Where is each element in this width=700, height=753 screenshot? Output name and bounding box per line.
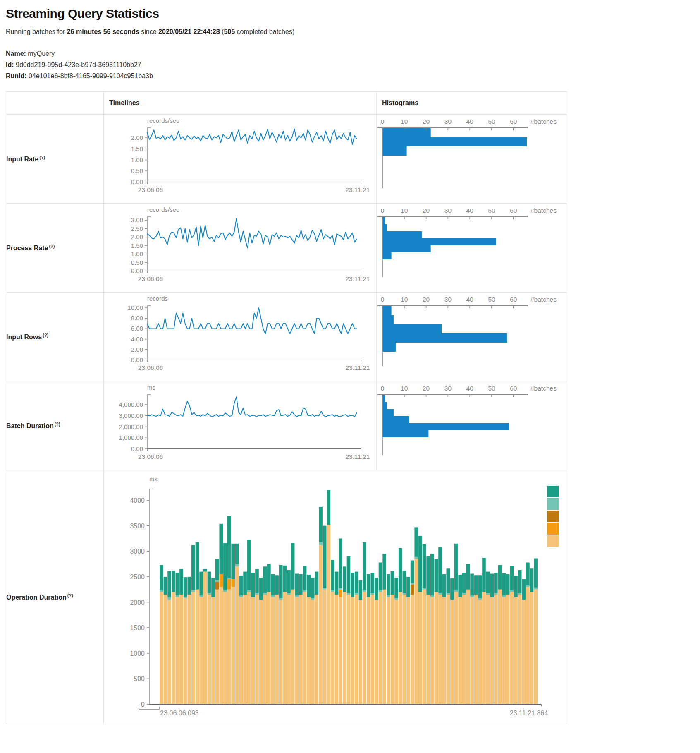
batch-duration-timeline-chart: ms4,000.003,000.002,000.001,000.000.0023… [104,381,376,470]
svg-text:40: 40 [466,385,474,392]
svg-text:0.00: 0.00 [131,267,143,274]
runid-label: RunId: [6,72,27,79]
row-label: Input Rows [6,333,42,341]
svg-text:60: 60 [510,118,517,125]
query-runid: 04e101e6-8bf8-4165-9099-9104c951ba3b [29,72,153,79]
help-tooltip-icon[interactable]: (?) [39,155,45,160]
svg-text:20: 20 [423,385,430,392]
svg-text:10: 10 [401,296,408,303]
svg-text:2500: 2500 [130,573,145,580]
input-rate-row: Input Rate(?) records/sec2.001.501.000.5… [6,115,567,204]
input-rate-histogram-chart: 0102030405060#batches [377,115,566,203]
svg-text:50: 50 [488,385,495,392]
row-label: Input Rate [6,156,38,163]
batch-duration-histogram-cell: 0102030405060#batches [377,381,567,470]
svg-text:8.00: 8.00 [131,314,143,321]
input-rate-label-cell: Input Rate(?) [6,115,104,204]
svg-text:23:06:06: 23:06:06 [138,364,163,371]
timelines-header: Timelines [104,92,377,115]
svg-text:1.50: 1.50 [131,145,143,152]
help-tooltip-icon[interactable]: (?) [67,593,73,598]
summary-prefix: Running batches for [6,28,67,35]
process-rate-histogram-cell: 0102030405060#batches [377,204,567,293]
svg-text:2.00: 2.00 [131,346,143,353]
svg-text:10: 10 [401,207,408,214]
operation-duration-chart: ms4000350030002500200015001000500023:06:… [104,470,566,723]
running-batches-summary: Running batches for 26 minutes 56 second… [6,28,700,36]
svg-text:3500: 3500 [130,523,145,530]
svg-text:4000: 4000 [130,497,145,504]
input-rows-timeline-chart: records10.008.006.004.002.000.0023:06:06… [104,293,376,381]
histograms-header: Histograms [377,92,567,115]
svg-text:0: 0 [381,118,385,125]
svg-text:1000: 1000 [130,650,145,657]
page-title: Streaming Query Statistics [6,7,700,21]
help-tooltip-icon[interactable]: (?) [43,333,48,338]
input-rows-row: Input Rows(?) records10.008.006.004.002.… [6,293,567,381]
svg-text:20: 20 [423,207,430,214]
process-rate-row: Process Rate(?) records/sec3.002.502.001… [6,204,567,293]
svg-text:23:06:06: 23:06:06 [138,186,163,193]
running-duration: 26 minutes 56 seconds [67,28,139,35]
svg-text:records/sec: records/sec [147,117,179,124]
row-label: Batch Duration [6,422,54,429]
help-tooltip-icon[interactable]: (?) [55,422,60,427]
process-rate-timeline-cell: records/sec3.002.502.001.501.000.500.002… [104,204,377,293]
svg-text:0: 0 [381,296,385,303]
svg-text:1500: 1500 [130,624,145,631]
query-runid-row: RunId: 04e101e6-8bf8-4165-9099-9104c951b… [6,70,700,82]
statistics-table: Timelines Histograms Input Rate(?) recor… [6,91,567,724]
svg-text:40: 40 [466,207,474,214]
process-rate-label-cell: Process Rate(?) [6,204,104,293]
svg-text:4.00: 4.00 [131,336,143,343]
summary-paren: ( [220,28,224,35]
svg-text:10: 10 [401,385,408,392]
svg-text:#batches: #batches [530,207,557,214]
svg-text:60: 60 [510,385,517,392]
svg-text:20: 20 [423,296,430,303]
input-rows-timeline-cell: records10.008.006.004.002.000.0023:06:06… [104,293,377,381]
help-tooltip-icon[interactable]: (?) [49,244,55,249]
input-rows-label-cell: Input Rows(?) [6,293,104,381]
batch-duration-row: Batch Duration(?) ms4,000.003,000.002,00… [6,381,567,470]
operation-duration-row: Operation Duration(?) ms4000350030002500… [6,470,567,724]
svg-text:0.00: 0.00 [131,445,143,452]
svg-text:50: 50 [488,207,495,214]
svg-text:0.00: 0.00 [131,356,143,363]
svg-text:#batches: #batches [530,118,557,125]
svg-text:ms: ms [147,384,155,391]
svg-text:2,000.00: 2,000.00 [119,423,143,430]
svg-text:23:06:06: 23:06:06 [138,275,163,282]
svg-text:0: 0 [381,385,385,392]
batch-duration-timeline-cell: ms4,000.003,000.002,000.001,000.000.0023… [104,381,377,470]
table-header-row: Timelines Histograms [6,92,567,115]
query-name-row: Name: myQuery [6,48,700,59]
svg-text:3000: 3000 [130,548,145,555]
svg-text:30: 30 [444,385,452,392]
query-meta: Name: myQuery Id: 9d0dd219-995d-423e-b97… [6,48,700,82]
id-label: Id: [6,61,14,68]
svg-text:23:11:21: 23:11:21 [345,364,370,371]
svg-text:23:11:21: 23:11:21 [345,453,370,460]
query-id: 9d0dd219-995d-423e-b97d-36931110bb27 [16,61,141,68]
batch-duration-label-cell: Batch Duration(?) [6,381,104,470]
svg-text:50: 50 [488,296,495,303]
svg-text:1.50: 1.50 [131,242,143,249]
svg-text:23:11:21: 23:11:21 [345,275,370,282]
svg-text:2.50: 2.50 [131,225,143,232]
svg-text:0.00: 0.00 [131,178,143,185]
svg-text:1.00: 1.00 [131,156,143,163]
input-rows-histogram-cell: 0102030405060#batches [377,293,567,381]
svg-text:30: 30 [444,118,452,125]
svg-text:#batches: #batches [530,385,557,392]
empty-header-cell [6,92,104,115]
svg-text:10.00: 10.00 [127,304,143,311]
svg-text:60: 60 [510,296,517,303]
summary-mid: since [139,28,158,35]
svg-text:50: 50 [488,118,495,125]
row-label: Process Rate [6,245,48,252]
operation-duration-label-cell: Operation Duration(?) [6,470,104,724]
svg-text:2.00: 2.00 [131,233,143,240]
svg-text:23:11:21.864: 23:11:21.864 [510,710,548,717]
svg-text:500: 500 [134,675,145,682]
